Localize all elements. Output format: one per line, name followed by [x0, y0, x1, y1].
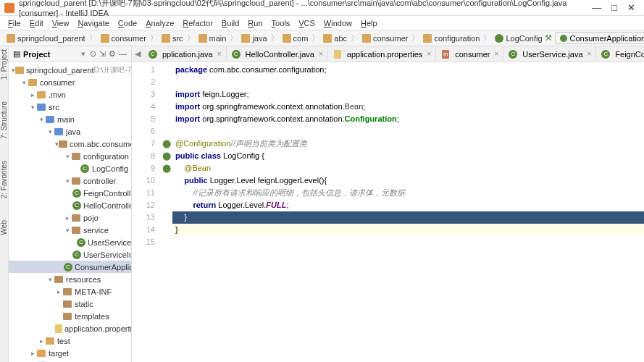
tree-node-springcloud_parent[interactable]: ▾springcloud_parent D:\开课吧-7期\03-springc — [9, 64, 131, 76]
code-line[interactable]: } — [172, 224, 644, 236]
tree-node-.mvn[interactable]: ▸.mvn — [9, 88, 131, 101]
code-line[interactable]: } — [172, 211, 644, 224]
tree-arrow-icon[interactable]: ▸ — [29, 350, 36, 357]
close-icon[interactable]: × — [587, 50, 592, 58]
menu-navigate[interactable]: Navigate — [74, 19, 112, 28]
code-line[interactable] — [172, 125, 644, 138]
build-icon[interactable]: ⚒ — [545, 33, 552, 43]
hide-icon[interactable]: — — [119, 49, 127, 59]
close-icon[interactable]: × — [495, 50, 499, 58]
tree-node-test[interactable]: ▸test — [9, 334, 131, 347]
code-area[interactable]: package com.abc.consumer.configuration;i… — [172, 62, 644, 362]
breadcrumb-src[interactable]: src — [159, 34, 185, 43]
tree-node-FeignController[interactable]: CFeignController — [9, 187, 131, 199]
menu-window[interactable]: Window — [320, 19, 356, 28]
editor[interactable]: 123456789101112131415 ⬤⬤⬤ package com.ab… — [132, 62, 644, 362]
tab-FeignController.java[interactable]: CFeignController.java× — [596, 46, 644, 62]
tree-arrow-icon[interactable]: ▾ — [29, 104, 36, 111]
settings-icon[interactable]: ⚙ — [109, 49, 116, 59]
menu-build[interactable]: Build — [218, 19, 243, 28]
tree-node-templates[interactable]: templates — [9, 310, 131, 322]
breadcrumb-abc[interactable]: abc — [321, 34, 349, 43]
tree-arrow-icon[interactable]: ▸ — [29, 91, 36, 98]
tool-tab----project[interactable]: 1: Project — [0, 49, 8, 80]
tool-tab----structure[interactable]: 7: Structure — [0, 101, 8, 139]
tree-arrow-icon[interactable]: ▾ — [46, 276, 54, 283]
tree-arrow-icon[interactable]: ▾ — [46, 128, 54, 135]
tab-pplication.java[interactable]: Cpplication.java× — [143, 46, 227, 62]
run-config-select[interactable]: ConsumerApplication ▾ — [555, 32, 644, 44]
tree-node-service[interactable]: ▾service — [9, 224, 131, 236]
tree-node-UserServiceImpl[interactable]: CUserServiceImpl — [9, 248, 131, 261]
breadcrumb-com[interactable]: com — [280, 34, 311, 43]
tab-application.properties[interactable]: application.properties× — [328, 46, 436, 62]
tree-node-pojo[interactable]: ▸pojo — [9, 211, 131, 224]
tree-node-configuration[interactable]: ▾configuration — [9, 150, 131, 162]
menu-code[interactable]: Code — [114, 19, 141, 28]
tree-arrow-icon[interactable]: ▸ — [64, 214, 71, 222]
tool-tab----favorites[interactable]: 2: Favorites — [0, 161, 8, 198]
breadcrumb-configuration[interactable]: configuration — [421, 34, 482, 43]
menu-file[interactable]: File — [4, 19, 25, 28]
code-line[interactable]: import org.springframework.context.annot… — [172, 113, 644, 125]
tree-node-.gitignore[interactable]: .gitignore — [9, 359, 131, 362]
tree-node-resources[interactable]: ▾resources — [9, 273, 131, 285]
breadcrumb-consumer[interactable]: consumer — [360, 34, 410, 43]
tree-arrow-icon[interactable]: ▸ — [38, 337, 45, 345]
code-line[interactable]: import feign.Logger; — [172, 88, 644, 101]
menu-analyze[interactable]: Analyze — [142, 19, 177, 28]
tab-scroll-left[interactable]: ◀ — [132, 49, 143, 59]
tab-UserService.java[interactable]: CUserService.java× — [503, 46, 596, 62]
tree-node-application.properties[interactable]: application.properties — [9, 322, 131, 334]
project-tree[interactable]: ▾springcloud_parent D:\开课吧-7期\03-springc… — [9, 62, 131, 362]
menu-view[interactable]: View — [49, 19, 73, 28]
menu-run[interactable]: Run — [244, 19, 266, 28]
minimize-button[interactable]: — — [592, 2, 601, 13]
select-opened-icon[interactable]: ⊙ — [90, 49, 96, 59]
breadcrumb-java[interactable]: java — [239, 34, 269, 43]
close-icon[interactable]: × — [217, 50, 222, 58]
tree-arrow-icon[interactable]: ▾ — [20, 79, 28, 86]
collapse-all-icon[interactable]: ⇲ — [99, 49, 106, 59]
menu-edit[interactable]: Edit — [26, 19, 47, 28]
close-icon[interactable]: × — [427, 50, 431, 58]
tool-tab-web[interactable]: Web — [0, 220, 8, 235]
breadcrumb-springcloud_parent[interactable]: springcloud_parent — [4, 34, 88, 43]
menu-refactor[interactable]: Refactor — [179, 19, 217, 28]
code-line[interactable]: public class LogConfig { — [172, 150, 644, 162]
code-line[interactable]: return Logger.Level.FULL; — [172, 199, 644, 211]
tree-arrow-icon[interactable]: ▾ — [64, 227, 71, 234]
code-line[interactable]: @Configuration//声明当前类为配置类 — [172, 138, 644, 150]
breadcrumb-consumer[interactable]: consumer — [99, 34, 149, 43]
breadcrumb-LogConfig[interactable]: LogConfig — [493, 34, 544, 43]
tree-node-target[interactable]: ▸target — [9, 347, 131, 359]
tree-arrow-icon[interactable]: ▾ — [64, 177, 71, 185]
breadcrumb-main[interactable]: main — [196, 34, 229, 43]
tree-arrow-icon[interactable]: ▸ — [55, 288, 62, 295]
maximize-button[interactable]: □ — [611, 2, 617, 13]
tree-node-META-INF[interactable]: ▸META-INF — [9, 285, 131, 298]
tree-node-static[interactable]: static — [9, 298, 131, 310]
code-line[interactable]: import org.springframework.context.annot… — [172, 101, 644, 113]
close-button[interactable]: ✕ — [627, 2, 635, 13]
tree-arrow-icon[interactable]: ▾ — [38, 116, 45, 123]
tree-node-ConsumerApplication[interactable]: CConsumerApplication — [9, 261, 131, 273]
tree-node-consumer[interactable]: ▾consumer — [9, 76, 131, 88]
code-line[interactable] — [172, 236, 644, 248]
tree-node-LogConfig[interactable]: CLogConfig — [9, 162, 131, 174]
tree-node-UserService[interactable]: CUserService — [9, 236, 131, 248]
chevron-down-icon[interactable]: ▾ — [81, 49, 85, 59]
menu-tools[interactable]: Tools — [268, 19, 294, 28]
menu-help[interactable]: Help — [357, 19, 381, 28]
code-line[interactable]: @Bean — [172, 162, 644, 174]
tree-node-src[interactable]: ▾src — [9, 101, 131, 113]
menu-vcs[interactable]: VCS — [295, 19, 319, 28]
tree-node-java[interactable]: ▾java — [9, 125, 131, 138]
tab-consumer[interactable]: mconsumer× — [436, 46, 503, 62]
code-line[interactable]: //记录所有请求和响应的明细，包括头信息，请求体，元数据 — [172, 187, 644, 199]
code-line[interactable] — [172, 76, 644, 88]
tree-node-controller[interactable]: ▾controller — [9, 174, 131, 187]
close-icon[interactable]: × — [319, 50, 323, 58]
code-line[interactable]: public Logger.Level feignLoggerLevel(){ — [172, 174, 644, 187]
tab-HelloController.java[interactable]: CHelloController.java× — [227, 46, 328, 62]
